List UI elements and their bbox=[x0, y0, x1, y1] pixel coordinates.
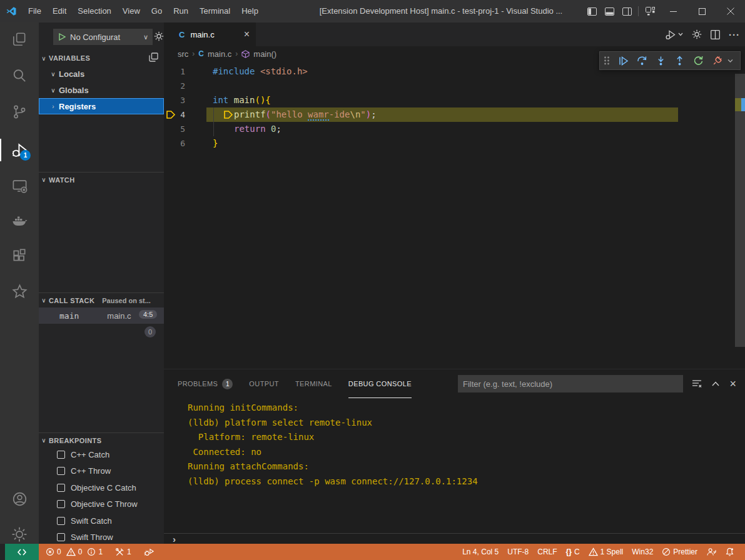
breakpoint-objc-catch[interactable]: Objective C Catch bbox=[39, 479, 164, 496]
toggle-secondary-sidebar-icon[interactable] bbox=[618, 0, 636, 22]
extensions-icon[interactable] bbox=[0, 241, 39, 271]
toolbar-drag-grip[interactable] bbox=[600, 56, 614, 65]
step-over-button[interactable] bbox=[632, 51, 651, 70]
checkbox-unchecked[interactable] bbox=[57, 533, 65, 541]
breakpoints-section-header[interactable]: ∨ BREAKPOINTS bbox=[39, 432, 164, 448]
toggle-sidebar-icon[interactable] bbox=[583, 0, 601, 22]
debug-session-chevron-icon[interactable] bbox=[727, 59, 733, 63]
step-out-button[interactable] bbox=[670, 51, 689, 70]
debug-repl-input[interactable]: › bbox=[164, 533, 745, 544]
chevron-down-icon: ∨ bbox=[143, 33, 148, 41]
tab-close-icon[interactable]: × bbox=[244, 29, 250, 39]
debug-status[interactable] bbox=[139, 544, 158, 560]
call-stack-section-header[interactable]: ∨ CALL STACK Paused on st... bbox=[39, 292, 164, 308]
checkbox-unchecked[interactable] bbox=[57, 484, 65, 492]
code-line-4: printf("hello wamr-ide\n"); bbox=[213, 108, 377, 122]
step-into-button[interactable] bbox=[651, 51, 670, 70]
menu-help[interactable]: Help bbox=[236, 0, 264, 22]
menu-edit[interactable]: Edit bbox=[47, 0, 72, 22]
inline-frame-arrow-icon bbox=[223, 110, 233, 119]
search-icon[interactable] bbox=[0, 61, 39, 91]
continue-button[interactable] bbox=[614, 51, 632, 70]
menu-terminal[interactable]: Terminal bbox=[194, 0, 236, 22]
debug-file-button[interactable] bbox=[666, 29, 683, 40]
tab-problems[interactable]: PROBLEMS 1 bbox=[178, 369, 233, 398]
restart-button[interactable] bbox=[689, 51, 707, 70]
editor-scrollbar-thumb[interactable] bbox=[735, 74, 745, 347]
variables-scope-locals[interactable]: ∨ Locals bbox=[39, 66, 164, 82]
menu-run[interactable]: Run bbox=[168, 0, 194, 22]
docker-icon[interactable] bbox=[0, 206, 39, 236]
close-window-button[interactable] bbox=[716, 0, 745, 22]
eol-selector[interactable]: CRLF bbox=[533, 544, 561, 560]
collapse-all-icon[interactable] bbox=[149, 52, 158, 62]
variables-scope-registers[interactable]: › Registers bbox=[39, 98, 164, 114]
remote-explorer-icon[interactable] bbox=[0, 171, 39, 201]
maximize-panel-icon[interactable] bbox=[712, 381, 719, 386]
debug-badge: 1 bbox=[20, 150, 31, 161]
platform-status[interactable]: Win32 bbox=[627, 544, 657, 560]
statusbar-right: Ln 4, Col 5 UTF-8 CRLF {} C 1 Spell Win3… bbox=[458, 544, 739, 560]
launch-configuration-dropdown[interactable]: No Configurat ∨ bbox=[53, 29, 153, 45]
accounts-icon[interactable] bbox=[0, 484, 39, 514]
tab-output[interactable]: OUTPUT bbox=[249, 369, 279, 398]
minimize-button[interactable] bbox=[659, 0, 687, 22]
tab-main-c[interactable]: C main.c × bbox=[164, 22, 256, 46]
breakpoint-cpp-catch[interactable]: C++ Catch bbox=[39, 446, 164, 462]
disconnect-button[interactable] bbox=[707, 51, 726, 70]
split-editor-icon[interactable] bbox=[711, 30, 720, 39]
watch-section-header[interactable]: ∨ WATCH bbox=[39, 172, 164, 187]
checkbox-unchecked[interactable] bbox=[57, 467, 65, 475]
breakpoint-label: C++ Throw bbox=[71, 466, 111, 476]
breakpoint-objc-throw[interactable]: Objective C Throw bbox=[39, 496, 164, 512]
run-and-debug-icon[interactable] bbox=[0, 135, 39, 165]
stack-frame-row[interactable]: main main.c 4:5 bbox=[39, 308, 164, 324]
remote-indicator[interactable] bbox=[5, 544, 39, 560]
feedback-icon[interactable] bbox=[702, 544, 721, 560]
star-icon[interactable] bbox=[0, 276, 39, 306]
toggle-panel-icon[interactable] bbox=[601, 0, 618, 22]
source-control-icon[interactable] bbox=[0, 97, 39, 127]
close-panel-icon[interactable]: × bbox=[729, 379, 736, 388]
tab-debug-console[interactable]: DEBUG CONSOLE bbox=[348, 369, 412, 398]
breakpoint-swift-catch[interactable]: Swift Catch bbox=[39, 512, 164, 529]
language-mode[interactable]: {} C bbox=[562, 544, 584, 560]
registers-label: Registers bbox=[59, 102, 96, 111]
clear-console-icon[interactable] bbox=[692, 379, 702, 388]
breakpoint-swift-throw[interactable]: Swift Throw bbox=[39, 529, 164, 544]
menu-selection[interactable]: Selection bbox=[72, 0, 116, 22]
menu-file[interactable]: File bbox=[23, 0, 47, 22]
menu-go[interactable]: Go bbox=[146, 0, 168, 22]
problems-status[interactable]: 0 0 1 bbox=[41, 544, 107, 560]
breadcrumb-symbol[interactable]: main() bbox=[253, 49, 276, 59]
cursor-position[interactable]: Ln 4, Col 5 bbox=[458, 544, 503, 560]
breakpoint-cpp-throw[interactable]: C++ Throw bbox=[39, 462, 164, 479]
tab-terminal[interactable]: TERMINAL bbox=[295, 369, 332, 398]
formatter-status[interactable]: Prettier bbox=[657, 544, 702, 560]
editor-gear-icon[interactable] bbox=[692, 29, 702, 39]
breadcrumb-folder[interactable]: src bbox=[178, 49, 188, 59]
customize-layout-icon[interactable] bbox=[641, 0, 659, 22]
checkbox-unchecked[interactable] bbox=[57, 517, 65, 525]
checkbox-unchecked[interactable] bbox=[57, 451, 65, 459]
maximize-button[interactable] bbox=[687, 0, 716, 22]
explorer-icon[interactable] bbox=[0, 24, 39, 54]
notifications-bell-icon[interactable] bbox=[721, 544, 739, 560]
menu-view[interactable]: View bbox=[117, 0, 146, 22]
symbol-cube-icon bbox=[241, 50, 250, 58]
spell-checker-status[interactable]: 1 Spell bbox=[584, 544, 628, 560]
encoding-selector[interactable]: UTF-8 bbox=[503, 544, 533, 560]
breadcrumb-file[interactable]: main.c bbox=[208, 49, 231, 59]
checkbox-unchecked[interactable] bbox=[57, 500, 65, 508]
code-line-1: #include <stdio.h> bbox=[213, 64, 308, 79]
current-frame-gutter-arrow-icon[interactable] bbox=[166, 110, 176, 119]
console-filter-input[interactable] bbox=[458, 375, 683, 392]
configure-launch-gear-icon[interactable] bbox=[154, 31, 164, 41]
variables-section-header[interactable]: ∨ VARIABLES bbox=[39, 51, 164, 66]
more-actions-icon[interactable]: ··· bbox=[729, 29, 740, 40]
variables-scope-globals[interactable]: ∨ Globals bbox=[39, 82, 164, 98]
tools-icon bbox=[115, 548, 124, 557]
ports-status[interactable]: 1 bbox=[111, 544, 136, 560]
bug-play-icon bbox=[144, 548, 154, 557]
console-line: Running attachCommands: bbox=[188, 459, 478, 474]
